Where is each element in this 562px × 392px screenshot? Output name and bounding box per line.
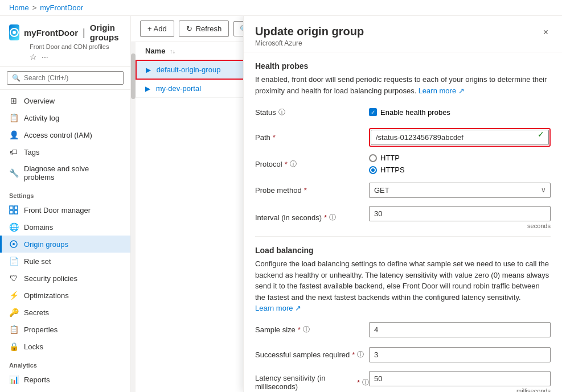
sidebar-item-label: Locks: [24, 343, 43, 351]
row-name[interactable]: default-origin-group: [157, 65, 221, 74]
properties-icon: 📋: [9, 325, 18, 334]
sidebar-item-diagnose[interactable]: 🔧 Diagnose and solve problems: [0, 160, 130, 185]
path-check-icon: ✓: [538, 130, 544, 139]
successful-samples-control: [369, 347, 551, 362]
sidebar-item-security-policies[interactable]: 🛡 Security policies: [0, 270, 130, 287]
path-row: Path * ✓: [255, 128, 551, 147]
sidebar-search-input[interactable]: [24, 74, 118, 82]
origin-groups-icon: [9, 240, 18, 249]
optimizations-icon: ⚡: [9, 291, 18, 300]
panel-close-button[interactable]: ×: [541, 25, 551, 40]
breadcrumb-home[interactable]: Home: [9, 3, 29, 12]
load-balancing-learn-more[interactable]: Learn more ↗: [255, 304, 301, 312]
interval-unit: seconds: [369, 222, 551, 229]
sidebar-item-front-door-manager[interactable]: Front Door manager: [0, 201, 130, 218]
sort-icon: ↑↓: [170, 48, 175, 55]
path-input[interactable]: [371, 130, 549, 145]
app-name: myFrontDoor: [24, 28, 78, 38]
sample-size-info-icon[interactable]: ⓘ: [303, 325, 310, 335]
sample-size-input[interactable]: [369, 322, 551, 337]
add-button[interactable]: + Add: [140, 20, 174, 37]
probe-method-select[interactable]: GET HEAD: [369, 183, 551, 198]
expand-icon[interactable]: ▶: [146, 66, 151, 74]
sidebar-item-activity-log[interactable]: 📋 Activity log: [0, 109, 130, 126]
protocol-http-option[interactable]: HTTP: [369, 154, 405, 162]
access-control-icon: 👤: [9, 130, 18, 139]
sidebar-item-overview[interactable]: ⊞ Overview: [0, 92, 130, 109]
sidebar-item-label: Overview: [24, 97, 55, 105]
sidebar-item-rule-set[interactable]: 📄 Rule set: [0, 253, 130, 270]
breadcrumb-current[interactable]: myFrontDoor: [40, 3, 83, 12]
latency-input-wrapper: milliseconds: [369, 371, 551, 393]
secrets-icon: 🔑: [9, 308, 18, 317]
svg-rect-4: [10, 211, 13, 214]
interval-row: Interval (in seconds) * ⓘ seconds: [255, 206, 551, 229]
favorite-icon[interactable]: ☆: [30, 52, 37, 61]
enable-checkbox-area[interactable]: ✓ Enable health probes: [369, 108, 450, 117]
sidebar-item-properties[interactable]: 📋 Properties: [0, 321, 130, 338]
sidebar-item-domains[interactable]: 🌐 Domains: [0, 218, 130, 236]
sidebar-item-label: Properties: [24, 325, 58, 334]
sidebar-item-secrets[interactable]: 🔑 Secrets: [0, 304, 130, 321]
successful-samples-row: Successful samples required * ⓘ: [255, 346, 551, 364]
sidebar-item-label: Optimizations: [24, 291, 69, 300]
svg-point-1: [13, 31, 16, 34]
load-balancing-desc: Configure the load balancing settings to…: [255, 258, 551, 314]
interval-input-wrapper: seconds: [369, 206, 551, 229]
status-control: ✓ Enable health probes: [369, 108, 551, 117]
probe-method-select-wrapper: GET HEAD ∨: [369, 183, 551, 198]
rule-set-icon: 📄: [9, 257, 18, 266]
health-probes-learn-more[interactable]: Learn more ↗: [419, 86, 465, 95]
status-info-icon[interactable]: ⓘ: [278, 108, 285, 117]
sidebar-item-access-control[interactable]: 👤 Access control (IAM): [0, 126, 130, 143]
svg-point-7: [13, 243, 15, 245]
tags-icon: 🏷: [9, 147, 18, 156]
interval-label: Interval (in seconds): [255, 213, 322, 222]
overview-icon: ⊞: [9, 96, 18, 105]
sidebar-item-label: Origin groups: [24, 240, 68, 249]
protocol-info-icon[interactable]: ⓘ: [290, 159, 297, 169]
probe-method-control: GET HEAD ∨: [369, 183, 551, 198]
sidebar-item-optimizations[interactable]: ⚡ Optimizations: [0, 287, 130, 304]
panel-body: Health probes If enabled, front door wil…: [244, 52, 562, 392]
protocol-https-option[interactable]: HTTPS: [369, 166, 405, 174]
sidebar-search-area: 🔍: [0, 67, 130, 90]
domains-icon: 🌐: [9, 222, 18, 232]
https-radio-outer: [369, 166, 377, 174]
sidebar-item-label: Security policies: [24, 274, 77, 283]
sidebar-item-locks[interactable]: 🔒 Locks: [0, 338, 130, 355]
path-highlight: ✓: [369, 128, 551, 147]
latency-input[interactable]: [369, 371, 551, 386]
sidebar-item-origin-groups[interactable]: Origin groups: [0, 236, 130, 253]
more-options-icon[interactable]: ···: [42, 52, 48, 61]
panel-title: Update origin group: [255, 25, 364, 38]
sidebar-item-label: Front Door manager: [24, 206, 91, 214]
path-required: *: [273, 133, 276, 142]
successful-samples-input[interactable]: [369, 347, 551, 362]
interval-control: seconds: [369, 206, 551, 229]
expand-icon[interactable]: ▶: [145, 85, 150, 93]
successful-samples-info-icon[interactable]: ⓘ: [357, 350, 364, 360]
health-probes-title: Health probes: [255, 61, 551, 71]
interval-info-icon[interactable]: ⓘ: [329, 213, 336, 222]
sidebar-item-reports[interactable]: 📊 Reports: [0, 371, 130, 388]
reports-icon: 📊: [9, 375, 18, 384]
sidebar-item-label: Secrets: [24, 308, 49, 317]
interval-input[interactable]: [369, 206, 551, 221]
sidebar-nav: ⊞ Overview 📋 Activity log 👤 Access contr…: [0, 90, 130, 392]
latency-info-icon[interactable]: ⓘ: [362, 378, 369, 387]
protocol-row: Protocol * ⓘ HTTP: [255, 154, 551, 174]
http-radio-outer: [369, 154, 377, 162]
front-door-manager-icon: [9, 205, 18, 214]
enable-checkbox[interactable]: ✓: [369, 108, 377, 116]
breadcrumb-separator: >: [32, 3, 37, 12]
refresh-button[interactable]: ↻ Refresh: [179, 20, 229, 37]
svg-rect-5: [14, 211, 18, 214]
latency-control: milliseconds: [369, 371, 551, 393]
row-name[interactable]: my-dev-portal: [156, 84, 201, 93]
latency-label: Latency sensitivity (in milliseconds): [255, 374, 355, 391]
settings-section-label: Settings: [0, 185, 130, 201]
title-separator: |: [83, 27, 85, 39]
successful-samples-label: Successful samples required: [255, 350, 350, 359]
sidebar-item-tags[interactable]: 🏷 Tags: [0, 143, 130, 160]
